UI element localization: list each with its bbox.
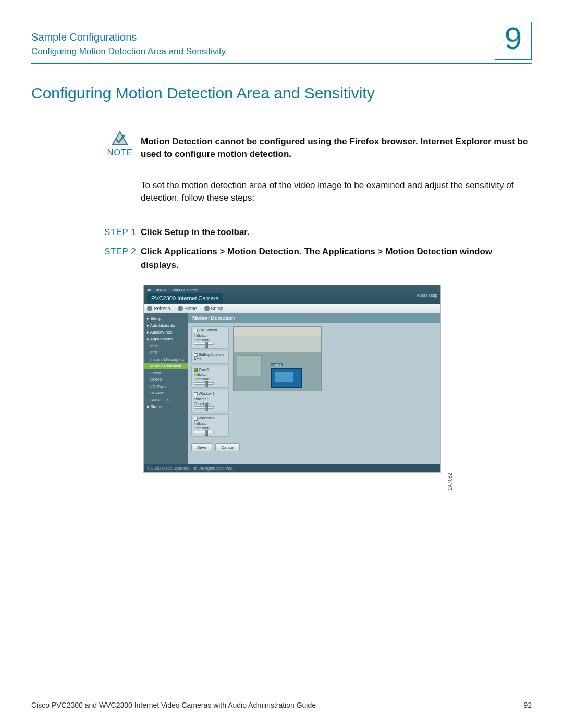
slider-threshold[interactable] [194,343,214,345]
video-preview[interactable]: Zone1 [233,326,322,391]
sidebar-item[interactable]: FTP [144,349,188,356]
controls-column: Full Screen Indicator Threshold Setting … [191,326,229,438]
label-threshold: Threshold [194,426,210,430]
step-text-pre: Click [141,246,164,256]
sidebar-item[interactable]: ▸ Applications [144,336,188,342]
cancel-button[interactable]: Cancel [215,443,240,451]
group-zone1: Zone1 Indicator Threshold [191,366,229,388]
slider-threshold[interactable] [194,382,214,385]
step-label: STEP 1 [104,226,141,239]
page-header: Sample Configurations Configuring Motion… [31,26,532,60]
chapter-number: 9 [505,22,522,54]
ui-sidebar: ▸ Setup▸ Administration▸ Audio/Video▸ Ap… [144,313,188,464]
header-rule [31,63,532,64]
page-footer: Cisco PVC2300 and WVC2300 Internet Video… [31,701,532,709]
slider-threshold[interactable] [194,406,214,409]
toolbar-home-label: Home [185,306,197,311]
step-text-pre: Click [141,227,164,237]
footer-doc-title: Cisco PVC2300 and WVC2300 Internet Video… [31,701,316,709]
note-bottom-rule [141,166,532,166]
label-threshold: Threshold [194,338,210,342]
checkbox-window3[interactable] [194,392,198,396]
home-icon [178,306,183,311]
ui-banner: ılıılı cisco Small Business PVC2300 Inte… [144,285,440,304]
label-threshold: Threshold [194,377,210,381]
checkbox-customarea[interactable] [194,353,198,357]
panel-title: Motion Detection [188,313,440,323]
save-button[interactable]: Save [191,443,212,451]
sidebar-item[interactable]: I/O Ports [144,383,188,390]
label-window3: Window 3 [199,392,215,396]
ui-toolbar: Refresh Home Setup [144,304,440,313]
ui-footer: © 2009 Cisco Systems, Inc. All rights re… [144,464,440,472]
checkbox-fullscreen[interactable] [194,329,198,332]
steps-rule [104,218,532,218]
sidebar-item[interactable]: ▸ Setup [144,315,188,322]
cisco-logo-icon: ılıılı [147,288,150,292]
note-block: NOTE Motion Detection cannot be configur… [104,131,532,166]
camera-admin-ui: ılıılı cisco Small Business PVC2300 Inte… [143,285,441,473]
footer-page-number: 92 [523,701,532,709]
sidebar-item[interactable]: ▸ Audio/Video [144,329,188,336]
chapter-title: Sample Configurations [31,31,226,43]
sidebar-item[interactable]: Event [144,369,188,376]
group-fullscreen: Full Screen Indicator Threshold [191,326,229,349]
toolbar-home[interactable]: Home [178,306,197,311]
step-command: Setup [164,227,189,237]
step-1: STEP 1 Click Setup in the toolbar. [104,226,532,239]
step-2: STEP 2 Click Applications > Motion Detec… [104,245,532,272]
toolbar-setup[interactable]: Setup [204,306,224,311]
note-icon [112,131,128,145]
zone-overlay-label: Zone1 [271,363,283,366]
chapter-number-box: 9 [495,22,532,60]
group-window4: Window 4 Indicator Threshold [191,414,229,437]
refresh-icon [147,306,152,311]
group-window3: Window 3 Indicator Threshold [191,390,229,412]
setup-icon [204,306,210,311]
toolbar-refresh-label: Refresh [154,306,170,311]
note-label: NOTE [107,147,132,158]
checkbox-zone1[interactable] [194,368,198,372]
toolbar-refresh[interactable]: Refresh [147,306,170,311]
group-customarea: Setting Custom Area [191,351,229,364]
label-indicator: Indicator [194,334,208,337]
screenshot-figure: ılıılı cisco Small Business PVC2300 Inte… [143,285,446,473]
sidebar-item[interactable]: DDNS [144,376,188,383]
sidebar-item[interactable]: Motion Detection [144,363,188,369]
checkbox-window4[interactable] [194,417,198,421]
sidebar-item[interactable]: RS-485 [144,390,188,397]
label-customarea: Setting Custom Area [194,353,224,361]
note-top-rule [141,131,532,131]
label-window4: Window 4 [199,416,215,420]
sidebar-item[interactable]: SMB/CIFS [144,397,188,403]
figure-id: 247082 [447,473,453,490]
label-indicator: Indicator [194,422,208,425]
label-indicator: Indicator [194,373,208,376]
section-subtitle: Configuring Motion Detection Area and Se… [31,46,226,57]
sidebar-item[interactable]: Instant Messaging [144,356,188,363]
note-text: Motion Detection cannot be configured us… [141,135,532,161]
label-indicator: Indicator [194,397,208,401]
banner-links[interactable]: About Help [417,293,437,298]
sidebar-item[interactable]: Mail [144,342,188,349]
page-title: Configuring Motion Detection Area and Se… [31,84,532,102]
toolbar-setup-label: Setup [211,306,224,311]
label-threshold: Threshold [194,402,210,405]
label-fullscreen: Full Screen [199,328,217,332]
sidebar-item[interactable]: ▸ Status [144,403,188,410]
label-zone1: Zone1 [199,368,209,372]
svg-marker-0 [113,132,127,144]
brand-text: cisco [154,287,166,292]
sidebar-item[interactable]: ▸ Administration [144,322,188,329]
step-command: Applications > Motion Detection [164,246,299,256]
brand-subtext: Small Business [169,288,198,292]
model-label: PVC2300 Internet Camera [147,293,223,303]
intro-text: To set the motion detection area of the … [141,179,532,205]
ui-main-panel: Motion Detection Full Screen Indicator T… [188,313,440,464]
step-label: STEP 2 [104,245,141,272]
step-text-post: in the toolbar. [189,227,250,237]
slider-threshold[interactable] [194,431,214,433]
